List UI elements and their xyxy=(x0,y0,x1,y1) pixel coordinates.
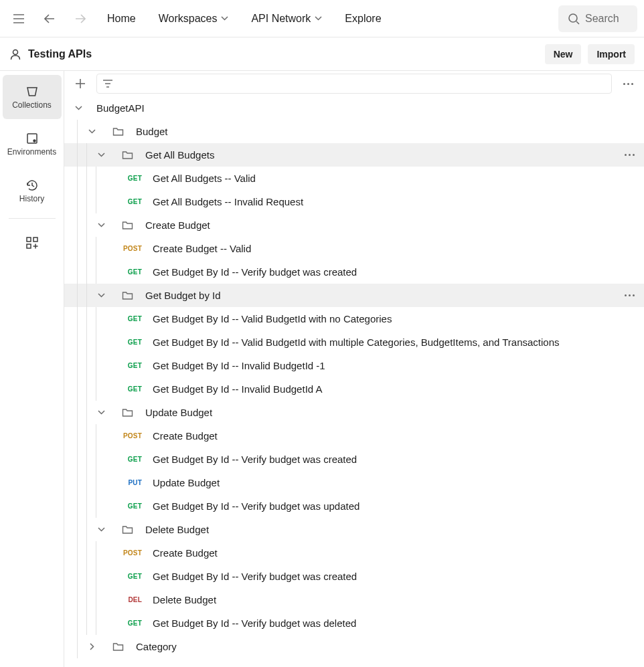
rail-history[interactable]: History xyxy=(3,169,62,213)
folder-name: Category xyxy=(136,641,177,652)
method-badge: GET xyxy=(122,268,142,276)
menu-button[interactable] xyxy=(7,7,31,31)
environments-icon xyxy=(25,132,39,145)
request-name: Get All Budgets -- Invalid Request xyxy=(153,196,303,207)
folder-row[interactable]: Get Budget by Id xyxy=(64,284,644,307)
request-row[interactable]: GET Get Budget By Id -- Verify budget wa… xyxy=(64,565,644,588)
nav-api-network[interactable]: API Network xyxy=(243,9,330,29)
request-row[interactable]: POST Create Budget xyxy=(64,541,644,565)
rail-collections[interactable]: Collections xyxy=(3,75,62,119)
request-row[interactable]: POST Create Budget xyxy=(64,424,644,448)
filter-input[interactable] xyxy=(96,74,612,94)
grid-plus-icon xyxy=(26,237,38,249)
method-badge: POST xyxy=(122,432,142,440)
folder-row[interactable]: Category xyxy=(64,635,644,658)
folder-row[interactable]: Budget xyxy=(64,120,644,143)
folder-icon xyxy=(112,642,124,652)
method-badge: POST xyxy=(122,549,142,557)
request-name: Get Budget By Id -- Verify budget was up… xyxy=(153,500,359,512)
request-name: Create Budget xyxy=(153,547,218,559)
chevron-down-icon xyxy=(86,129,98,134)
method-badge: GET xyxy=(122,362,142,369)
folder-row[interactable]: Get All Budgets xyxy=(64,143,644,167)
more-icon xyxy=(623,83,633,85)
request-name: Get Budget By Id -- Invalid BudgetId -1 xyxy=(153,360,325,371)
import-button[interactable]: Import xyxy=(588,44,635,64)
folder-row[interactable]: Delete Budget xyxy=(64,518,644,541)
chevron-down-icon xyxy=(95,223,107,227)
request-row[interactable]: GET Get Budget By Id -- Verify budget wa… xyxy=(64,494,644,518)
row-options-button[interactable] xyxy=(625,154,635,156)
nav-api-network-label: API Network xyxy=(251,13,311,25)
svg-point-3 xyxy=(569,14,577,22)
svg-line-4 xyxy=(576,21,579,24)
request-name: Get Budget By Id -- Verify budget was cr… xyxy=(153,571,357,582)
rail-environments[interactable]: Environments xyxy=(3,122,62,166)
method-badge: GET xyxy=(122,385,142,393)
nav-home[interactable]: Home xyxy=(99,9,144,29)
history-icon xyxy=(25,179,39,192)
request-row[interactable]: DEL Delete Budget xyxy=(64,588,644,611)
nav-home-label: Home xyxy=(107,13,136,25)
filter-icon xyxy=(102,79,113,88)
request-row[interactable]: POST Create Budget -- Valid xyxy=(64,237,644,260)
collection-name: BudgetAPI xyxy=(96,102,145,114)
method-badge: GET xyxy=(122,315,142,322)
nav-explore-label: Explore xyxy=(345,13,381,25)
rail-configure[interactable] xyxy=(19,229,46,256)
nav-workspaces[interactable]: Workspaces xyxy=(151,9,237,29)
chevron-down-icon xyxy=(315,16,322,21)
panel-options-button[interactable] xyxy=(617,73,639,94)
request-row[interactable]: GET Get All Budgets -- Invalid Request xyxy=(64,190,644,213)
folder-name: Get All Budgets xyxy=(145,149,214,161)
svg-rect-10 xyxy=(27,244,31,248)
arrow-left-icon xyxy=(44,14,55,23)
method-badge: GET xyxy=(122,573,142,580)
collections-icon xyxy=(25,85,39,98)
folder-row[interactable]: Create Budget xyxy=(64,213,644,237)
row-options-button[interactable] xyxy=(625,294,635,296)
folder-name: Create Budget xyxy=(145,219,210,231)
method-badge: GET xyxy=(122,198,142,205)
request-row[interactable]: GET Get Budget By Id -- Verify budget wa… xyxy=(64,260,644,284)
request-row[interactable]: GET Get Budget By Id -- Invalid BudgetId… xyxy=(64,377,644,401)
folder-name: Budget xyxy=(136,126,168,137)
collection-root[interactable]: BudgetAPI xyxy=(64,96,644,120)
request-row[interactable]: GET Get Budget By Id -- Valid BudgetId w… xyxy=(64,330,644,354)
plus-icon xyxy=(75,78,86,89)
folder-icon xyxy=(122,150,133,160)
new-button[interactable]: New xyxy=(545,44,582,64)
folder-icon xyxy=(122,290,133,300)
method-badge: GET xyxy=(122,175,142,182)
request-name: Get Budget By Id -- Verify budget was cr… xyxy=(153,266,357,278)
method-badge: PUT xyxy=(122,479,142,486)
method-badge: GET xyxy=(122,620,142,627)
request-row[interactable]: GET Get Budget By Id -- Verify budget wa… xyxy=(64,611,644,635)
folder-name: Delete Budget xyxy=(145,524,209,535)
create-collection-button[interactable] xyxy=(70,73,91,94)
request-name: Delete Budget xyxy=(153,594,216,605)
person-icon xyxy=(9,48,21,60)
nav-workspaces-label: Workspaces xyxy=(159,13,218,25)
request-row[interactable]: GET Get All Budgets -- Valid xyxy=(64,167,644,190)
rail-collections-label: Collections xyxy=(12,100,52,110)
svg-point-5 xyxy=(13,50,18,54)
search-placeholder: Search xyxy=(585,13,619,25)
rail-environments-label: Environments xyxy=(7,147,56,157)
request-row[interactable]: PUT Update Budget xyxy=(64,471,644,494)
request-row[interactable]: GET Get Budget By Id -- Invalid BudgetId… xyxy=(64,354,644,377)
request-row[interactable]: GET Get Budget By Id -- Valid BudgetId w… xyxy=(64,307,644,330)
svg-rect-9 xyxy=(33,237,37,242)
workspace-title: Testing APIs xyxy=(28,48,538,60)
more-icon xyxy=(625,154,635,156)
folder-row[interactable]: Update Budget xyxy=(64,401,644,424)
request-row[interactable]: GET Get Budget By Id -- Verify budget wa… xyxy=(64,448,644,471)
nav-explore[interactable]: Explore xyxy=(337,9,389,29)
search-input[interactable]: Search xyxy=(558,5,637,32)
folder-icon xyxy=(122,407,133,417)
nav-forward-button[interactable] xyxy=(68,7,92,31)
request-name: Get Budget By Id -- Verify budget was cr… xyxy=(153,454,357,465)
hamburger-icon xyxy=(13,14,25,23)
nav-back-button[interactable] xyxy=(37,7,62,31)
method-badge: GET xyxy=(122,456,142,463)
